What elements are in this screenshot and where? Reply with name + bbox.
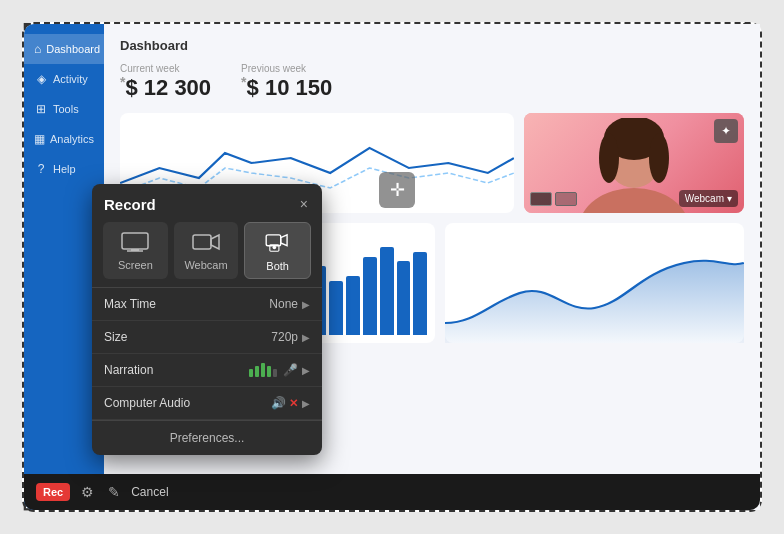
sidebar-item-activity[interactable]: ◈ Activity [24, 64, 104, 94]
svg-point-4 [649, 133, 669, 183]
mode-buttons: Screen Webcam [92, 222, 322, 287]
mute-x-icon: ✕ [289, 397, 298, 410]
sidebar-item-dashboard[interactable]: ⌂ Dashboard [24, 34, 104, 64]
outer-frame: ⌜ ⌝ ⌞ ⌟ ⌂ Dashboard ◈ Activity ⊞ Tools ▦… [22, 22, 762, 512]
current-week-value: *$ 12 300 [120, 74, 211, 101]
sidebar-label-dashboard: Dashboard [46, 43, 100, 55]
mode-screen-button[interactable]: Screen [103, 222, 168, 279]
bar [397, 261, 411, 335]
svg-point-3 [599, 133, 619, 183]
sidebar-label-tools: Tools [53, 103, 79, 115]
webcam-mode-icon [192, 232, 220, 254]
size-label: Size [104, 330, 271, 344]
move-handle[interactable]: ✛ [379, 172, 415, 208]
preferences-button[interactable]: Preferences... [92, 420, 322, 455]
previous-week-prefix: * [241, 74, 246, 90]
mode-both-button[interactable]: Both [244, 222, 311, 279]
move-icon: ✛ [390, 179, 405, 201]
record-title: Record [104, 196, 156, 213]
home-icon: ⌂ [34, 42, 41, 56]
vol-bar-1 [249, 369, 253, 377]
previous-week-stat: Previous week *$ 10 150 [241, 63, 332, 101]
narration-label: Narration [104, 363, 249, 377]
area-chart [445, 223, 744, 343]
current-week-stat: Current week *$ 12 300 [120, 63, 211, 101]
mode-webcam-button[interactable]: Webcam [174, 222, 239, 279]
sidebar-label-analytics: Analytics [50, 133, 94, 145]
bar [413, 252, 427, 336]
webcam-controls: Webcam ▾ [530, 190, 738, 207]
max-time-chevron: ▶ [302, 299, 310, 310]
speaker-icon: 🔊 [271, 396, 286, 410]
current-week-prefix: * [120, 74, 125, 90]
bottom-toolbar: Rec ⚙ ✎ Cancel [24, 474, 760, 510]
sidebar-label-help: Help [53, 163, 76, 175]
webcam-chevron: ▾ [727, 193, 732, 204]
gear-icon: ⚙ [81, 484, 94, 500]
screen-icon [121, 232, 149, 254]
size-chevron: ▶ [302, 332, 310, 343]
sidebar-item-analytics[interactable]: ▦ Analytics [24, 124, 104, 154]
tools-icon: ⊞ [34, 102, 48, 116]
vol-bar-2 [255, 366, 259, 377]
gear-button[interactable]: ⚙ [78, 481, 97, 503]
narration-row[interactable]: Narration 🎤 ▶ [92, 354, 322, 387]
webcam-label-button[interactable]: Webcam ▾ [679, 190, 738, 207]
help-icon: ? [34, 162, 48, 176]
sidebar-item-help[interactable]: ? Help [24, 154, 104, 184]
size-row[interactable]: Size 720p ▶ [92, 321, 322, 354]
bar [329, 281, 343, 335]
computer-audio-label: Computer Audio [104, 396, 271, 410]
bar [346, 276, 360, 335]
vol-bar-5 [273, 369, 277, 377]
settings-section: Max Time None ▶ Size 720p ▶ Narration [92, 287, 322, 420]
svg-marker-9 [211, 235, 219, 249]
computer-audio-row[interactable]: Computer Audio 🔊 ✕ ▶ [92, 387, 322, 420]
analytics-icon: ▦ [34, 132, 45, 146]
mic-icon[interactable]: 🎤 [283, 363, 298, 377]
magic-wand-button[interactable]: ✦ [714, 119, 738, 143]
svg-point-13 [272, 246, 276, 250]
webcam-mode-label: Webcam [184, 259, 227, 271]
page-title: Dashboard [120, 38, 744, 53]
activity-icon: ◈ [34, 72, 48, 86]
vol-bar-4 [267, 366, 271, 377]
webcam-label: Webcam [685, 193, 724, 204]
both-icon [264, 233, 292, 255]
bar [363, 257, 377, 336]
vol-bar-3 [261, 363, 265, 377]
size-value: 720p [271, 330, 298, 344]
bar [380, 247, 394, 336]
both-label: Both [266, 260, 289, 272]
edit-button[interactable]: ✎ [105, 481, 123, 503]
stats-row: Current week *$ 12 300 Previous week *$ … [120, 63, 744, 101]
webcam-preview: ✦ Webcam ▾ [524, 113, 744, 213]
max-time-label: Max Time [104, 297, 269, 311]
volume-bars [249, 363, 277, 377]
audio-chevron: ▶ [302, 398, 310, 409]
close-button[interactable]: × [298, 194, 310, 214]
previous-week-label: Previous week [241, 63, 332, 74]
edit-icon: ✎ [108, 484, 120, 500]
sidebar-item-tools[interactable]: ⊞ Tools [24, 94, 104, 124]
speaker-muted: 🔊 ✕ [271, 396, 298, 410]
screen-label: Screen [118, 259, 153, 271]
previous-week-value: *$ 10 150 [241, 74, 332, 101]
max-time-value: None [269, 297, 298, 311]
record-modal: Record × Screen [92, 184, 322, 455]
rec-badge: Rec [36, 483, 70, 501]
sidebar-label-activity: Activity [53, 73, 88, 85]
svg-rect-10 [266, 235, 281, 246]
record-header: Record × [92, 184, 322, 222]
current-week-label: Current week [120, 63, 211, 74]
cancel-button[interactable]: Cancel [131, 485, 168, 499]
svg-marker-11 [280, 235, 286, 246]
svg-rect-8 [193, 235, 211, 249]
svg-rect-5 [122, 233, 148, 249]
narration-chevron: ▶ [302, 365, 310, 376]
max-time-row[interactable]: Max Time None ▶ [92, 288, 322, 321]
